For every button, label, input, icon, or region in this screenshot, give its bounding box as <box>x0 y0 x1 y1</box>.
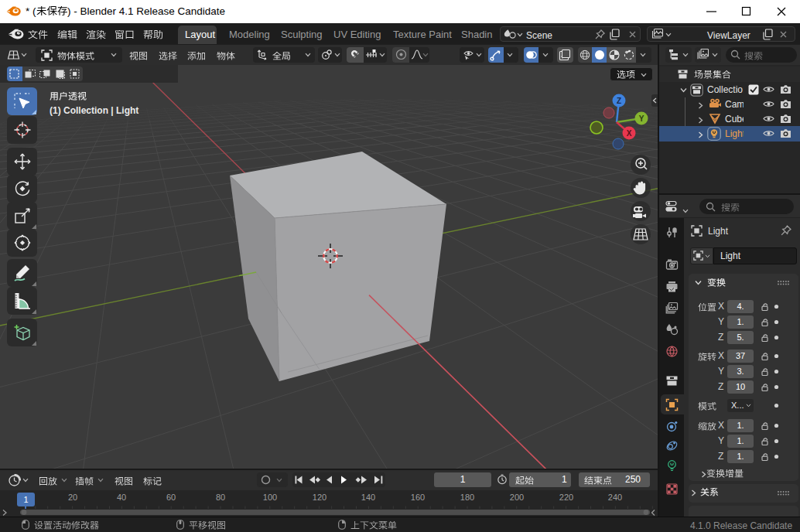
svg-text:100: 100 <box>263 493 277 502</box>
svg-text:180: 180 <box>460 493 474 502</box>
svg-text:60: 60 <box>166 493 176 502</box>
svg-text:220: 220 <box>559 493 573 502</box>
svg-text:20: 20 <box>68 493 77 502</box>
svg-text:40: 40 <box>117 493 126 502</box>
svg-text:X: X <box>627 129 632 138</box>
svg-text:240: 240 <box>608 493 622 502</box>
svg-text:160: 160 <box>411 493 425 502</box>
svg-text:Z: Z <box>617 97 621 105</box>
svg-text:120: 120 <box>313 493 326 502</box>
svg-text:80: 80 <box>216 493 225 502</box>
svg-text:140: 140 <box>361 493 375 502</box>
svg-text:200: 200 <box>510 493 524 502</box>
svg-text:Y: Y <box>639 114 644 123</box>
